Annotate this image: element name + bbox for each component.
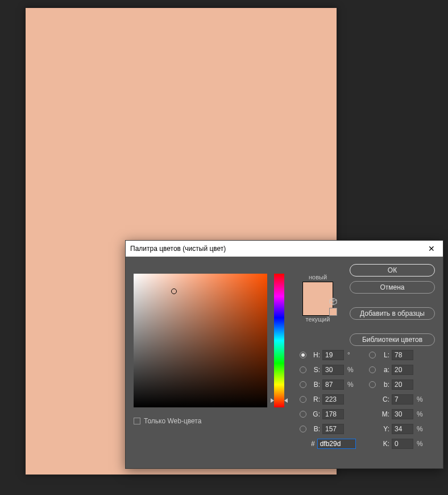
web-colors-only-label: Только Web-цвета: [144, 417, 201, 425]
m-unit: %: [417, 410, 425, 418]
h-unit: °: [347, 351, 355, 359]
h-input[interactable]: [322, 350, 344, 360]
g-label: G:: [310, 410, 320, 418]
y-label: Y:: [379, 425, 389, 433]
color-picker-dialog: Палитра цветов (чистый цвет) ✕ новый тек…: [125, 240, 443, 469]
y-input[interactable]: [392, 424, 413, 434]
gamut-warning-icon[interactable]: [329, 298, 337, 306]
r-label: R:: [310, 395, 320, 403]
b-input[interactable]: [392, 380, 413, 390]
h-radio[interactable]: [300, 352, 306, 358]
hue-indicator-left: [271, 398, 274, 403]
hue-indicator-right: [284, 398, 288, 403]
s-unit: %: [347, 366, 355, 374]
a-radio[interactable]: [369, 366, 376, 373]
k-label: K:: [379, 440, 389, 448]
web-colors-only-checkbox[interactable]: Только Web-цвета: [134, 417, 201, 425]
b-label: b:: [379, 381, 389, 389]
ok-button[interactable]: ОК: [350, 264, 435, 277]
g-radio[interactable]: [300, 411, 306, 418]
s-input[interactable]: [322, 365, 344, 375]
l-label: L:: [379, 351, 389, 359]
dialog-title: Палитра цветов (чистый цвет): [130, 245, 226, 253]
c-label: C:: [379, 395, 389, 403]
bb-radio[interactable]: [300, 426, 306, 432]
c-unit: %: [417, 395, 425, 403]
close-icon[interactable]: ✕: [425, 243, 438, 254]
bv-input[interactable]: [322, 380, 344, 390]
g-input[interactable]: [322, 409, 344, 419]
a-input[interactable]: [392, 365, 413, 375]
bv-radio[interactable]: [300, 381, 306, 388]
bb-input[interactable]: [322, 424, 344, 434]
hex-input[interactable]: [317, 439, 356, 449]
sv-indicator: [171, 288, 177, 294]
s-radio[interactable]: [300, 366, 306, 373]
new-color-swatch: [302, 282, 333, 299]
color-libraries-button[interactable]: Библиотеки цветов: [350, 333, 435, 346]
a-label: a:: [379, 366, 389, 374]
current-color-swatch[interactable]: [302, 299, 333, 316]
hex-prefix: #: [311, 440, 315, 448]
m-label: M:: [379, 410, 389, 418]
dialog-titlebar[interactable]: Палитра цветов (чистый цвет) ✕: [126, 241, 443, 257]
h-label: H:: [310, 351, 320, 359]
l-radio[interactable]: [369, 352, 376, 358]
hue-slider[interactable]: [274, 274, 284, 407]
c-input[interactable]: [392, 394, 413, 405]
k-unit: %: [417, 440, 425, 448]
bb-label: B:: [310, 425, 320, 433]
web-colors-only-input[interactable]: [134, 418, 140, 424]
l-input[interactable]: [392, 350, 413, 360]
new-color-label: новый: [297, 274, 338, 280]
s-label: S:: [310, 366, 320, 374]
saturation-value-field[interactable]: [134, 274, 267, 407]
r-input[interactable]: [322, 394, 344, 405]
cancel-button[interactable]: Отмена: [350, 281, 435, 294]
bv-unit: %: [347, 381, 355, 389]
add-swatch-button[interactable]: Добавить в образцы: [350, 307, 435, 320]
y-unit: %: [417, 425, 425, 433]
websafe-color-swatch[interactable]: [329, 308, 337, 316]
k-input[interactable]: [392, 439, 413, 449]
current-color-label: текущий: [297, 316, 338, 323]
r-radio[interactable]: [300, 396, 306, 403]
b-radio[interactable]: [369, 381, 376, 388]
m-input[interactable]: [392, 409, 413, 419]
bv-label: B:: [310, 381, 320, 389]
